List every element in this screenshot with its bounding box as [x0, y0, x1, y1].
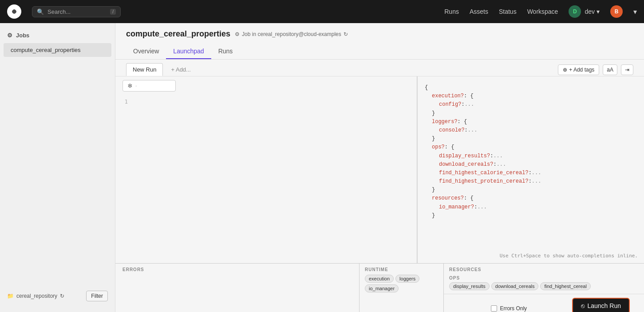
line-numbers: 1: [115, 95, 130, 263]
sidebar-section-header: ⚙ Jobs: [0, 28, 115, 42]
launchpad-area: New Run + Add... ⊕ + Add tags aA ⇥: [115, 60, 644, 312]
errors-only-row: Errors Only: [491, 305, 527, 312]
snowflake-icon: ❄: [127, 82, 133, 89]
editor-toolbar: ⊕ + Add tags aA ⇥: [558, 64, 633, 75]
app-body: ⚙ Jobs compute_cereal_properties 📁 cerea…: [0, 23, 644, 312]
user-avatar[interactable]: B: [610, 5, 623, 18]
run-tab-add[interactable]: + Add...: [166, 64, 195, 76]
filter-button[interactable]: Filter: [86, 291, 108, 301]
launch-run-button[interactable]: ⎋ Launch Run: [572, 298, 630, 312]
env-selector[interactable]: D dev ▾: [569, 5, 600, 18]
tag-execution[interactable]: execution: [365, 275, 394, 283]
errors-only-checkbox[interactable]: [491, 305, 497, 312]
page-header: compute_cereal_properties ⚙ Job in cerea…: [115, 23, 644, 60]
nav-runs[interactable]: Runs: [444, 8, 459, 15]
tag-find-highest-cereal[interactable]: find_highest_cereal: [540, 282, 590, 290]
page-header-top: compute_cereal_properties ⚙ Job in cerea…: [126, 29, 633, 39]
repo-refresh-icon[interactable]: ↻: [60, 293, 64, 299]
tag-display-results[interactable]: display_results: [449, 282, 490, 290]
ops-tags: display_results download_cereals find_hi…: [449, 282, 639, 290]
search-icon: 🔍: [37, 8, 44, 15]
nav-workspace[interactable]: Workspace: [527, 8, 558, 15]
bottom-errors-section: ERRORS: [115, 264, 360, 312]
jobs-icon: ⚙: [7, 32, 12, 39]
snowflake-dots: ·: [135, 83, 137, 89]
expand-button[interactable]: ⇥: [621, 64, 633, 75]
autocomplete-hint: Use Ctrl+Space to show auto-completions …: [497, 252, 640, 260]
env-name[interactable]: dev ▾: [585, 8, 600, 15]
bottom-resources-section: RESOURCES OPS display_results download_c…: [444, 264, 644, 294]
sidebar-bottom: 📁 cereal_repository ↻ Filter: [0, 285, 115, 307]
subtitle-text: Job in cereal_repository@cloud-examples: [242, 31, 341, 37]
search-placeholder: Search...: [47, 8, 107, 15]
tag-download-cereals[interactable]: download_cereals: [491, 282, 539, 290]
errors-only-label: Errors Only: [500, 305, 527, 312]
refresh-icon[interactable]: ↻: [344, 31, 348, 37]
main-panel: compute_cereal_properties ⚙ Job in cerea…: [115, 23, 644, 312]
plus-icon: ⊕: [563, 67, 567, 73]
add-tags-button[interactable]: ⊕ + Add tags: [558, 64, 599, 75]
search-shortcut: /: [110, 9, 116, 15]
ops-label: OPS: [449, 276, 639, 280]
nav-assets[interactable]: Assets: [470, 8, 488, 15]
job-icon: ⚙: [235, 31, 240, 37]
runtime-label: RUNTIME: [365, 267, 438, 272]
editor-split: ❄ · 1 { execution?: {: [115, 76, 644, 263]
page-subtitle: ⚙ Job in cereal_repository@cloud-example…: [235, 31, 348, 37]
launch-icon: ⎋: [581, 302, 585, 309]
bottom-panel: ERRORS RUNTIME execution loggers io_mana…: [115, 263, 644, 312]
errors-label: ERRORS: [122, 267, 352, 272]
folder-icon: 📁: [7, 293, 14, 299]
topnav: 🔍 Search... / Runs Assets Status Workspa…: [0, 0, 644, 23]
nav-status[interactable]: Status: [499, 8, 517, 15]
repo-label: 📁 cereal_repository ↻: [7, 293, 64, 299]
app-logo[interactable]: [7, 4, 21, 19]
bottom-right-panel: RESOURCES OPS display_results download_c…: [444, 264, 644, 312]
bottom-controls: Errors Only ⎋ Launch Run: [444, 294, 644, 312]
resources-label: RESOURCES: [449, 267, 639, 272]
sidebar: ⚙ Jobs compute_cereal_properties 📁 cerea…: [0, 23, 115, 312]
sidebar-section-label: Jobs: [16, 32, 29, 39]
snowflake-input[interactable]: ❄ ·: [122, 80, 176, 92]
schema-code: { execution?: { config?: ... } loggers?:…: [425, 80, 637, 224]
launch-run-label: Launch Run: [587, 302, 621, 309]
page-title: compute_cereal_properties: [126, 29, 230, 39]
tab-runs[interactable]: Runs: [211, 44, 240, 59]
bottom-right-top: RESOURCES OPS display_results download_c…: [444, 264, 644, 294]
sidebar-item-compute-cereal[interactable]: compute_cereal_properties: [4, 43, 111, 57]
yaml-schema-panel: { execution?: { config?: ... } loggers?:…: [417, 76, 644, 263]
runtime-tags: execution loggers io_manager: [365, 275, 438, 292]
run-tab-new-run[interactable]: New Run: [126, 63, 163, 76]
tag-loggers[interactable]: loggers: [395, 275, 419, 283]
yaml-editor-left[interactable]: [130, 95, 417, 263]
search-bar[interactable]: 🔍 Search... /: [32, 6, 121, 17]
bottom-runtime-section: RUNTIME execution loggers io_manager: [360, 264, 444, 312]
main-tabs: Overview Launchpad Runs: [126, 44, 633, 59]
run-tabs: New Run + Add...: [126, 63, 195, 76]
topnav-links: Runs Assets Status Workspace D dev ▾ B ▾: [444, 5, 637, 18]
font-size-button[interactable]: aA: [603, 64, 617, 75]
tab-overview[interactable]: Overview: [126, 44, 166, 59]
tab-launchpad[interactable]: Launchpad: [166, 44, 211, 59]
env-badge: D: [569, 5, 581, 18]
user-menu-chevron[interactable]: ▾: [633, 8, 637, 16]
tag-io-manager[interactable]: io_manager: [365, 284, 399, 292]
